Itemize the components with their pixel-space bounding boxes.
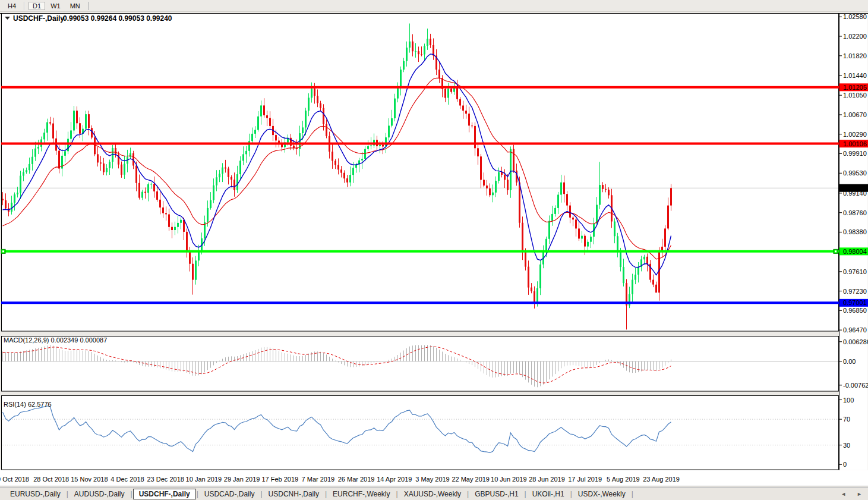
- timeframe-button-h4[interactable]: H4: [4, 2, 20, 10]
- date-tick-label: 17 Feb 2019: [261, 476, 298, 483]
- rsi-tick-label: 100: [843, 397, 854, 404]
- candle-body: [486, 185, 488, 188]
- candle-body: [531, 288, 532, 291]
- candle-body: [192, 264, 194, 280]
- candle-body: [31, 157, 33, 164]
- tab-usdchf-daily[interactable]: USDCHF-,Daily: [133, 489, 196, 499]
- date-tick-label: 15 Nov 2018: [71, 476, 108, 483]
- tab-scroll-left-icon[interactable]: ◄: [841, 491, 846, 497]
- candle-body: [64, 151, 66, 156]
- candle-body: [2, 199, 4, 200]
- candle-body: [483, 180, 485, 186]
- candle-body: [637, 267, 639, 275]
- candle-body: [228, 169, 229, 177]
- toolbar-separator: [88, 2, 89, 10]
- candle-body: [620, 251, 621, 267]
- price-tick-label: 1.01820: [843, 52, 867, 59]
- candle-body: [147, 184, 149, 193]
- candle-body: [658, 251, 660, 293]
- candle-body: [43, 133, 45, 139]
- candle-body: [186, 232, 188, 251]
- tab-usdx-weekly[interactable]: USDX-,Weekly: [573, 489, 631, 499]
- candle-body: [49, 122, 51, 124]
- candle-body: [94, 137, 96, 154]
- tab-separator: |: [631, 490, 634, 498]
- candle-body: [34, 149, 36, 157]
- macd-tick-label: 0.00: [843, 358, 856, 365]
- candle-body: [403, 61, 405, 70]
- candle-body: [424, 46, 425, 54]
- timeframe-button-mn[interactable]: MN: [66, 2, 84, 10]
- candle-body: [563, 183, 565, 194]
- candle-body: [635, 275, 636, 280]
- candle-body: [135, 166, 137, 183]
- current-price-label: 0.99240: [843, 184, 867, 191]
- candle-body: [525, 251, 526, 266]
- candle-body: [468, 114, 470, 125]
- candle-body: [106, 168, 108, 172]
- candle-body: [46, 122, 48, 133]
- tab-scroll-right-icon[interactable]: ►: [857, 491, 862, 497]
- candle-body: [216, 177, 217, 185]
- candle-body: [528, 267, 529, 288]
- candle-body: [400, 70, 402, 88]
- candle-body: [257, 117, 259, 130]
- candle-body: [584, 236, 586, 247]
- candle-body: [623, 267, 624, 283]
- candle-body: [447, 89, 449, 98]
- candle-body: [450, 89, 452, 92]
- tab-usdcad-daily[interactable]: USDCAD-,Daily: [199, 489, 260, 499]
- candle-body: [364, 149, 366, 159]
- tab-gbpusd-h1[interactable]: GBPUSD-,H1: [469, 489, 523, 499]
- candle-body: [617, 236, 618, 251]
- price-tick-label: 1.02200: [843, 33, 867, 40]
- timeframe-button-d1[interactable]: D1: [29, 2, 45, 10]
- candle-body: [510, 149, 512, 190]
- candle-body: [17, 193, 18, 194]
- candle-body: [233, 180, 235, 190]
- candle-body: [471, 125, 473, 126]
- level-axis-label: 0.98004: [843, 248, 867, 255]
- candle-body: [308, 98, 310, 111]
- date-tick-label: 28 Jun 2019: [529, 476, 565, 483]
- tab-eurchf-weekly[interactable]: EURCHF-,Weekly: [327, 489, 395, 499]
- candle-body: [664, 228, 666, 247]
- date-tick-label: 10 Jun 2019: [491, 476, 527, 483]
- candle-body: [115, 148, 116, 155]
- tab-eurusd-daily[interactable]: EURUSD-,Daily: [5, 489, 66, 499]
- date-tick-label: 26 Mar 2019: [338, 476, 375, 483]
- candle-body: [397, 88, 399, 99]
- candle-body: [121, 165, 122, 175]
- candle-body: [418, 51, 419, 54]
- candle-body: [156, 191, 158, 200]
- price-tick-label: 0.97230: [843, 288, 867, 295]
- tab-usdcnh-daily[interactable]: USDCNH-,Daily: [263, 489, 324, 499]
- price-tick-label: 1.00670: [843, 111, 867, 118]
- timeframe-button-w1[interactable]: W1: [46, 2, 65, 10]
- tab-ukoil-h1[interactable]: UKOil-,H1: [527, 489, 570, 499]
- candle-body: [67, 139, 69, 152]
- candle-body: [548, 221, 550, 239]
- candle-body: [605, 189, 607, 190]
- candle-body: [207, 208, 209, 222]
- candle-body: [409, 42, 411, 48]
- candle-body: [614, 222, 616, 237]
- candle-body: [492, 193, 494, 196]
- candle-body: [388, 125, 390, 137]
- candle-body: [578, 228, 580, 238]
- price-tick-label: 0.98380: [843, 228, 867, 235]
- candle-body: [130, 153, 131, 158]
- candle-body: [459, 99, 461, 106]
- date-tick-label: 23 Dec 2018: [147, 476, 184, 483]
- candle-body: [263, 105, 265, 115]
- tab-audusd-daily[interactable]: AUDUSD-,Daily: [69, 489, 130, 499]
- candle-body: [85, 114, 87, 129]
- candle-body: [76, 111, 78, 123]
- candle-body: [643, 257, 645, 260]
- tab-xauusd-weekly[interactable]: XAUUSD-,Weekly: [399, 489, 466, 499]
- candle-body: [14, 194, 15, 203]
- candle-body: [326, 124, 327, 136]
- candle-body: [632, 280, 633, 294]
- macd-tick-label: 0.006286: [843, 338, 868, 345]
- candle-body: [180, 220, 182, 223]
